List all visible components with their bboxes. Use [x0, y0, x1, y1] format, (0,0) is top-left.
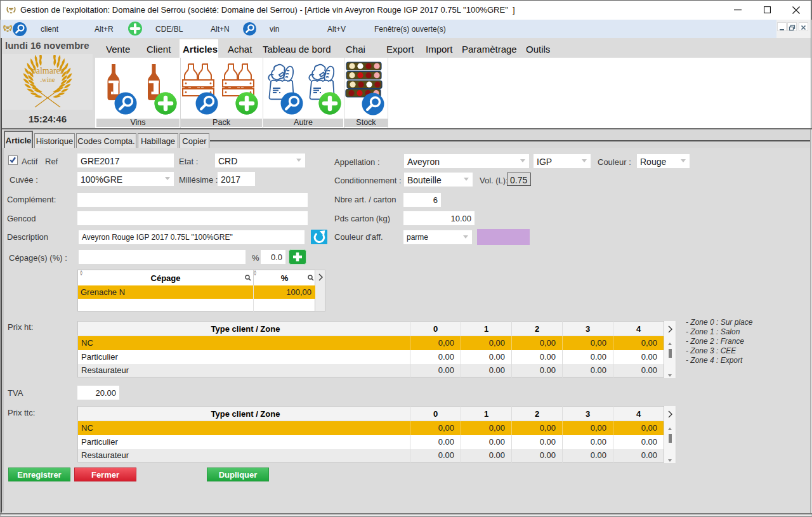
svg-text:.wine: .wine: [40, 76, 55, 83]
svg-text:palmares: palmares: [32, 66, 64, 75]
